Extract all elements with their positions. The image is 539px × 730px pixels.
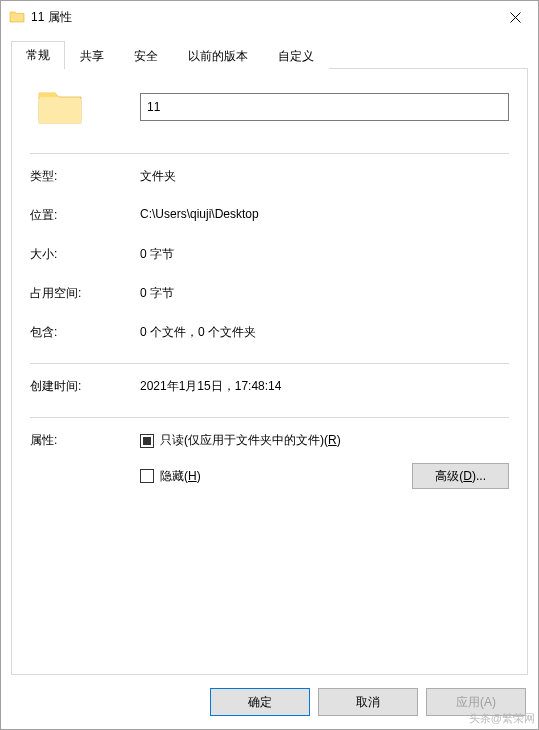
folder-name-input[interactable]	[140, 93, 509, 121]
close-button[interactable]	[492, 1, 538, 33]
tab-security[interactable]: 安全	[119, 42, 173, 70]
attributes-label: 属性:	[30, 432, 140, 449]
contains-label: 包含:	[30, 324, 140, 341]
divider	[30, 153, 509, 154]
folder-large-icon	[36, 83, 84, 131]
tab-general[interactable]: 常规	[11, 41, 65, 69]
readonly-label[interactable]: 只读(仅应用于文件夹中的文件)(R)	[160, 432, 341, 449]
advanced-button[interactable]: 高级(D)...	[412, 463, 509, 489]
size-on-disk-value: 0 字节	[140, 285, 509, 302]
ok-button[interactable]: 确定	[210, 688, 310, 716]
contains-value: 0 个文件，0 个文件夹	[140, 324, 509, 341]
divider	[30, 417, 509, 418]
created-value: 2021年1月15日，17:48:14	[140, 378, 509, 395]
type-label: 类型:	[30, 168, 140, 185]
location-value: C:\Users\qiuji\Desktop	[140, 207, 509, 221]
size-value: 0 字节	[140, 246, 509, 263]
type-value: 文件夹	[140, 168, 509, 185]
content-area: 常规 共享 安全 以前的版本 自定义 类型: 文件夹	[1, 33, 538, 675]
dialog-button-bar: 确定 取消 应用(A)	[1, 675, 538, 729]
window-title: 11 属性	[31, 9, 492, 26]
tab-panel-general: 类型: 文件夹 位置: C:\Users\qiuji\Desktop 大小: 0…	[11, 68, 528, 675]
folder-icon	[9, 9, 25, 25]
titlebar: 11 属性	[1, 1, 538, 33]
hidden-label[interactable]: 隐藏(H)	[160, 468, 201, 485]
size-label: 大小:	[30, 246, 140, 263]
location-label: 位置:	[30, 207, 140, 224]
tab-custom[interactable]: 自定义	[263, 42, 329, 70]
properties-dialog: 11 属性 常规 共享 安全 以前的版本 自定义	[0, 0, 539, 730]
tab-sharing[interactable]: 共享	[65, 42, 119, 70]
hidden-checkbox[interactable]	[140, 469, 154, 483]
tabs: 常规 共享 安全 以前的版本 自定义	[11, 41, 528, 69]
apply-button[interactable]: 应用(A)	[426, 688, 526, 716]
created-label: 创建时间:	[30, 378, 140, 395]
size-on-disk-label: 占用空间:	[30, 285, 140, 302]
tab-previous-versions[interactable]: 以前的版本	[173, 42, 263, 70]
divider	[30, 363, 509, 364]
readonly-checkbox[interactable]	[140, 434, 154, 448]
cancel-button[interactable]: 取消	[318, 688, 418, 716]
